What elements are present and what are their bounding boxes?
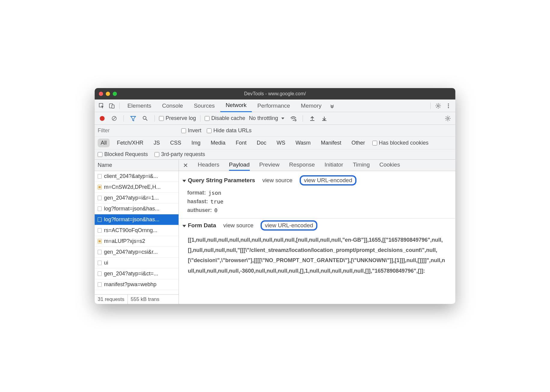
status-transferred: 555 kB trans — [128, 295, 162, 304]
request-name: m=aLUfP?xjs=s2 — [104, 238, 145, 244]
view-url-encoded-link[interactable]: view URL-encoded — [261, 220, 317, 231]
type-filter-media[interactable]: Media — [208, 139, 228, 147]
type-filter-ws[interactable]: WS — [273, 139, 288, 147]
type-filter-css[interactable]: CSS — [167, 139, 184, 147]
blocked-requests-checkbox[interactable]: Blocked Requests — [98, 151, 148, 158]
request-row[interactable]: gen_204?atyp=csi&r... — [95, 247, 179, 258]
filter-input[interactable] — [98, 127, 176, 134]
type-filter-js[interactable]: JS — [151, 139, 163, 147]
svg-line-8 — [113, 117, 116, 120]
download-icon[interactable] — [319, 113, 329, 124]
view-source-link[interactable]: view source — [262, 177, 292, 184]
type-filter-font[interactable]: Font — [233, 139, 249, 147]
type-filter-doc[interactable]: Doc — [254, 139, 269, 147]
third-party-checkbox[interactable]: 3rd-party requests — [154, 151, 205, 158]
request-row[interactable]: log?format=json&has... — [95, 204, 179, 214]
type-filter-manifest[interactable]: Manifest — [318, 139, 344, 147]
tab-console[interactable]: Console — [157, 100, 188, 112]
param-value: true — [210, 198, 223, 205]
view-source-link[interactable]: view source — [223, 222, 253, 229]
script-file-icon — [98, 239, 102, 243]
disable-cache-checkbox[interactable]: Disable cache — [205, 115, 245, 121]
detail-tab-headers[interactable]: Headers — [198, 160, 219, 171]
detail-tab-response[interactable]: Response — [289, 160, 315, 171]
request-row[interactable]: log?format=json&has... — [95, 214, 179, 225]
kebab-menu-icon[interactable] — [443, 101, 454, 111]
type-filter-fetchxhr[interactable]: Fetch/XHR — [114, 139, 146, 147]
expand-toggle[interactable]: Form Data — [182, 222, 216, 229]
separator — [200, 115, 200, 122]
close-window-button[interactable] — [99, 92, 103, 96]
tab-performance[interactable]: Performance — [252, 100, 295, 112]
view-encoded-label: view URL-encoded — [304, 177, 352, 183]
panel-tabs: ElementsConsoleSourcesNetworkPerformance… — [95, 100, 455, 112]
document-file-icon — [98, 207, 102, 211]
panel-settings-icon[interactable] — [443, 113, 453, 124]
request-row[interactable]: rs=ACT90oFqOrnng... — [95, 225, 179, 236]
document-file-icon — [98, 217, 102, 222]
minimize-window-button[interactable] — [106, 92, 110, 96]
devtools-window: DevTools - www.google.com/ ElementsConso… — [95, 88, 455, 304]
record-button[interactable] — [97, 113, 107, 124]
detail-tab-timing[interactable]: Timing — [353, 160, 370, 171]
request-name: client_204?&atyp=i&... — [104, 173, 158, 179]
close-detail-icon[interactable]: ✕ — [182, 162, 189, 169]
filter-icon[interactable] — [128, 113, 138, 124]
request-row[interactable]: m=aLUfP?xjs=s2 — [95, 236, 179, 247]
hide-data-urls-checkbox[interactable]: Hide data URLs — [207, 127, 252, 134]
param-value: 0 — [214, 207, 218, 213]
type-filter-img[interactable]: Img — [188, 139, 203, 147]
svg-point-5 — [448, 105, 449, 106]
request-row[interactable]: ui — [95, 258, 179, 268]
tab-network[interactable]: Network — [220, 100, 252, 112]
svg-point-11 — [293, 120, 294, 121]
document-file-icon — [98, 228, 102, 233]
more-tabs-icon[interactable] — [327, 101, 337, 111]
type-filter-other[interactable]: Other — [349, 139, 368, 147]
inspect-icon[interactable] — [96, 101, 107, 111]
request-row[interactable]: manifest?pwa=webhp — [95, 279, 179, 290]
clear-icon[interactable] — [109, 113, 119, 124]
search-icon[interactable] — [140, 113, 150, 124]
maximize-window-button[interactable] — [113, 92, 117, 96]
tab-memory[interactable]: Memory — [295, 100, 327, 112]
upload-icon[interactable] — [307, 113, 317, 124]
name-column-header[interactable]: Name — [95, 160, 179, 171]
filter-row: Invert Hide data URLs — [95, 125, 455, 137]
svg-point-15 — [447, 118, 449, 119]
device-toggle-icon[interactable] — [107, 101, 117, 111]
svg-point-6 — [448, 107, 449, 108]
type-filter-all[interactable]: All — [98, 139, 110, 147]
type-filter-wasm[interactable]: Wasm — [292, 139, 313, 147]
network-toolbar: Preserve log Disable cache No throttling — [95, 112, 455, 125]
separator — [303, 115, 303, 122]
settings-icon[interactable] — [433, 101, 443, 111]
form-section-title: Form Data — [188, 222, 216, 228]
request-row[interactable]: m=CnSW2d,DPreE,H... — [95, 182, 179, 193]
detail-tab-initiator[interactable]: Initiator — [325, 160, 343, 171]
tab-elements[interactable]: Elements — [122, 100, 157, 112]
detail-tab-cookies[interactable]: Cookies — [379, 160, 400, 171]
has-blocked-cookies-checkbox[interactable]: Has blocked cookies — [372, 140, 429, 146]
blocked-requests-label: Blocked Requests — [104, 151, 148, 158]
invert-checkbox[interactable]: Invert — [181, 127, 201, 134]
detail-body: Query String Parameters view source view… — [179, 171, 455, 304]
detail-tab-payload[interactable]: Payload — [229, 160, 250, 171]
script-file-icon — [98, 185, 102, 189]
view-url-encoded-link[interactable]: view URL-encoded — [300, 175, 356, 185]
tab-sources[interactable]: Sources — [188, 100, 220, 112]
extra-filter-row: Blocked Requests 3rd-party requests — [95, 149, 455, 160]
expand-toggle[interactable]: Query String Parameters — [182, 177, 255, 184]
view-encoded-label: view URL-encoded — [265, 222, 313, 228]
window-title: DevTools - www.google.com/ — [95, 91, 455, 96]
detail-tab-preview[interactable]: Preview — [259, 160, 280, 171]
request-row[interactable]: client_204?&atyp=i&... — [95, 171, 179, 182]
preserve-log-checkbox[interactable]: Preserve log — [159, 115, 196, 121]
detail-tabs: ✕ HeadersPayloadPreviewResponseInitiator… — [179, 160, 455, 171]
status-bar: 31 requests 555 kB trans — [95, 294, 179, 304]
network-conditions-icon[interactable] — [288, 113, 298, 124]
request-row[interactable]: gen_204?atyp=i&ct=... — [95, 268, 179, 279]
throttling-select[interactable]: No throttling — [247, 115, 286, 121]
request-row[interactable]: gen_204?atyp=i&r=1... — [95, 193, 179, 204]
request-sidebar: Name client_204?&atyp=i&...m=CnSW2d,DPre… — [95, 160, 179, 304]
